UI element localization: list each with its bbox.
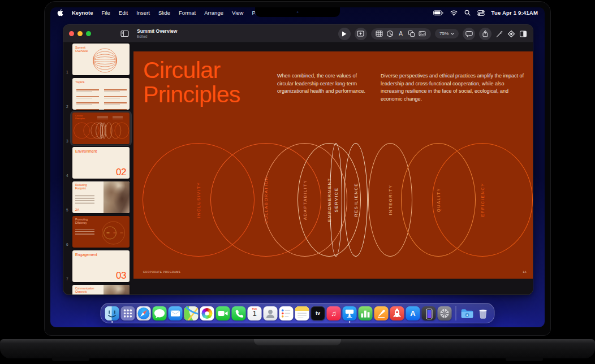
slide-number: 7 [66, 277, 68, 281]
document-button[interactable] [519, 30, 527, 38]
slide-canvas: Circular Principles When combined, the c… [133, 43, 533, 294]
traffic-lights [69, 31, 91, 36]
add-slide-button[interactable] [355, 28, 367, 40]
slide-number: 5 [66, 208, 68, 212]
apple-menu-icon[interactable] [57, 9, 63, 16]
dock-safari-icon[interactable] [137, 306, 151, 320]
menu-item-keynote[interactable]: Keynote [72, 10, 93, 16]
sidebar-toggle-button[interactable] [120, 30, 129, 37]
slide-number: 2 [66, 105, 68, 109]
slide-footer-right[interactable]: 1A [523, 271, 527, 274]
window-toolbar: Summit Overview Edited [63, 25, 533, 43]
dock-pages-icon[interactable] [374, 306, 389, 320]
venn-label-integrity[interactable]: INTEGRITY [388, 144, 393, 257]
camera-notch [255, 7, 340, 17]
dock-notes-icon[interactable] [295, 306, 309, 320]
battery-icon[interactable] [433, 10, 443, 16]
slide-thumbnail-1[interactable]: 1SummitOverview [72, 44, 130, 75]
open-indicator [349, 321, 351, 323]
dock-system-settings-icon[interactable] [438, 306, 452, 320]
slide-footer-left[interactable]: CORPORATE PROGRAMS [143, 271, 180, 274]
dock-numbers-icon[interactable] [359, 306, 373, 320]
laptop-base [0, 339, 595, 358]
slide-thumbnail-4[interactable]: 4Environment 02 [72, 147, 130, 179]
dock-facetime-icon[interactable] [216, 306, 230, 320]
open-indicator [111, 321, 113, 323]
slide-thumbnail-2[interactable]: 2Topics [72, 78, 130, 110]
insert-group: A [371, 28, 431, 40]
keynote-window: Summit Overview Edited [63, 24, 533, 295]
menu-bar-status: Tue Apr 1 9:41AM [433, 10, 538, 16]
venn-label-efficiency[interactable]: EFFICIENCY [480, 144, 485, 257]
menu-item-file[interactable]: File [101, 10, 110, 16]
dock-photos-icon[interactable] [200, 306, 214, 320]
dock-downloads-folder-icon[interactable] [460, 306, 475, 320]
dock-rocket-icon[interactable] [390, 306, 404, 320]
slide-thumbnail-5[interactable]: 5ReducingFootprint 2A [72, 181, 130, 213]
dock-contacts-icon[interactable] [264, 306, 278, 320]
dock-messages-icon[interactable] [153, 306, 167, 320]
dock-mail-icon[interactable] [169, 306, 183, 320]
camera-dot [297, 11, 299, 13]
menu-item-edit[interactable]: Edit [119, 10, 128, 16]
menu-item-insert[interactable]: Insert [136, 10, 150, 16]
dock-calendar-icon[interactable]: TUE1 [248, 306, 262, 320]
wifi-icon[interactable] [450, 10, 458, 16]
slide-thumbnail-8[interactable]: 8CommunicationChannels [72, 285, 130, 294]
format-button[interactable] [495, 30, 503, 38]
venn-label-service[interactable]: SERVICE [334, 144, 339, 257]
svg-text:A: A [399, 31, 403, 37]
menu-item-arrange[interactable]: Arrange [204, 10, 223, 16]
menu-item-view[interactable]: View [232, 10, 243, 16]
laptop-lid-notch [254, 339, 341, 345]
slide-paragraph-2[interactable]: Diverse perspectives and ethical practic… [381, 72, 525, 103]
laptop-foot [52, 357, 89, 361]
venn-label-resilience[interactable]: RESILIENCE [353, 144, 359, 257]
minimize-button[interactable] [77, 31, 83, 36]
dock-reminders-icon[interactable] [279, 306, 294, 320]
menu-bar-clock[interactable]: Tue Apr 1 9:41AM [491, 10, 538, 16]
text-icon[interactable]: A [396, 30, 406, 38]
dock: TUE1tv♫A [101, 303, 495, 323]
shape-icon[interactable] [407, 30, 416, 38]
laptop-foot [506, 357, 543, 361]
zoom-value: 75% [439, 31, 449, 36]
venn-label-inclusivity[interactable]: INCLUSIVITY [196, 144, 201, 257]
zoom-control[interactable]: 75% [435, 29, 459, 38]
slide-thumbnail-7[interactable]: 7Engagement 03 [72, 250, 130, 282]
dock-separator [456, 306, 456, 320]
dock-phone-icon[interactable] [232, 306, 246, 320]
table-icon[interactable] [375, 30, 384, 38]
slide-number: 6 [66, 242, 68, 246]
dock-finder-icon[interactable] [105, 306, 119, 320]
close-button[interactable] [69, 31, 74, 36]
dock-app-store-icon[interactable]: A [406, 306, 420, 320]
comment-button[interactable] [463, 28, 475, 40]
menu-item-format[interactable]: Format [179, 10, 196, 16]
slide-navigator: 1SummitOverview 2Topics 3CircularPrincip… [63, 43, 133, 294]
play-button[interactable] [338, 28, 351, 40]
media-icon[interactable] [418, 30, 427, 38]
menu-item-slide[interactable]: Slide [158, 10, 170, 16]
slide-thumbnail-6[interactable]: 6PromotingEfficiency [72, 216, 130, 248]
fullscreen-button[interactable] [86, 31, 91, 36]
chart-icon[interactable] [386, 30, 395, 38]
window-title: Summit Overview [137, 29, 177, 34]
dock-keynote-icon[interactable] [343, 306, 357, 320]
dock-iphone-mirroring-icon[interactable] [422, 306, 436, 320]
dock-trash-icon[interactable] [476, 306, 490, 320]
search-icon[interactable] [464, 10, 471, 16]
slide-thumbnail-3[interactable]: 3CircularPrinciples [72, 112, 130, 144]
dock-launchpad-icon[interactable] [121, 306, 135, 320]
dock-music-icon[interactable]: ♫ [327, 306, 341, 320]
dock-tv-icon[interactable]: tv [311, 306, 325, 320]
control-center-icon[interactable] [477, 10, 485, 16]
window-status: Edited [137, 34, 177, 38]
window-body: 1SummitOverview 2Topics 3CircularPrincip… [63, 43, 533, 294]
slide-title[interactable]: Circular Principles [143, 58, 240, 107]
slide-paragraph-1[interactable]: When combined, the core values of circul… [277, 72, 371, 96]
share-button[interactable] [479, 28, 491, 40]
dock-maps-icon[interactable] [184, 306, 199, 320]
animate-button[interactable] [507, 30, 515, 38]
current-slide: Circular Principles When combined, the c… [133, 51, 533, 279]
